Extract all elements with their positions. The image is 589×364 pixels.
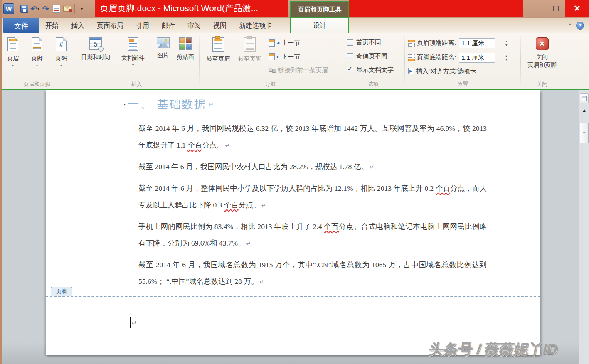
thumb-grip-icon: ≡ (583, 130, 585, 135)
window-title: 页眉页脚.docx - Microsoft Word(产品激... (95, 0, 288, 17)
checkbox-label: 显示文档文字 (356, 66, 394, 74)
checkbox-show-document-text[interactable]: ✔ 显示文档文字 (342, 63, 404, 77)
tab-insert[interactable]: 插入 (65, 18, 91, 33)
previous-section-button[interactable]: ◀ 上一节 (269, 37, 328, 49)
footer-icon (32, 37, 42, 51)
checkbox-different-first-page[interactable]: ✔ 首页不同 (342, 36, 404, 49)
insert-alignment-tab-label: 插入“对齐方式”选项卡 (416, 67, 476, 75)
document-page[interactable]: ▪ 一、 基础数据 ↵ 截至 2014 年 6 月，我国网民规模达 6.32 亿… (46, 90, 540, 355)
contextual-tools-header: 页眉和页脚工具 (290, 1, 349, 18)
email-icon (63, 6, 71, 12)
tab-file[interactable]: 文件 (3, 18, 39, 33)
tab-page-layout[interactable]: 页面布局 (91, 18, 130, 33)
footer-region-tab: 页脚 (51, 287, 72, 296)
footer-distance-spinner[interactable]: ▲ ▼ (503, 54, 509, 61)
ribbon: 页眉 ▾ 页脚 ▾ # 页码 ▾ 页眉和页脚 5 日期和时间 文 (0, 33, 589, 90)
checkbox-label: 首页不同 (356, 39, 381, 47)
customize-qat-button[interactable]: ▾ (77, 3, 86, 14)
checkbox-different-odd-even[interactable]: ✔ 奇偶页不同 (342, 49, 404, 63)
spin-down-icon[interactable]: ▼ (503, 44, 509, 47)
dropdown-icon: ▾ (132, 63, 134, 67)
print-preview-icon (53, 5, 60, 13)
group-navigation: 转至页眉 转至页脚 ◀ 上一节 ▶ 下一节 链接到前一 (200, 33, 342, 89)
insert-alignment-tab-button[interactable]: ▶ 插入“对齐方式”选项卡 (405, 65, 520, 77)
next-section-label: 下一节 (281, 53, 300, 61)
dropdown-icon: ▾ (36, 64, 38, 67)
ruler-icon (582, 96, 587, 101)
email-button[interactable] (63, 3, 72, 14)
close-window-button[interactable]: ✕ (565, 0, 589, 17)
link-to-previous-icon (269, 68, 276, 73)
group-label-options: 选项 (342, 81, 404, 88)
goto-footer-icon (244, 37, 256, 52)
goto-footer-label: 转至页脚 (238, 55, 261, 63)
footer-button-label: 页脚 (31, 55, 43, 62)
minimize-button[interactable]: — (532, 2, 548, 13)
maximize-button[interactable]: ▢ (548, 2, 564, 13)
footer-distance-input[interactable]: 1.1 厘米 (459, 53, 495, 63)
text-cursor[interactable] (130, 317, 131, 328)
tab-design-active[interactable]: 设计 (290, 18, 349, 33)
checkbox-icon: ✔ (347, 67, 353, 73)
tab-references[interactable]: 引用 (130, 18, 155, 33)
save-button[interactable] (20, 3, 29, 14)
checkbox-label: 奇偶页不同 (356, 52, 387, 60)
spin-down-icon[interactable]: ▼ (503, 58, 509, 61)
undo-icon: ↶ (31, 5, 37, 13)
picture-label: 图片 (157, 52, 169, 59)
undo-dropdown-icon[interactable]: ▾ (37, 7, 39, 11)
checkbox-icon: ✔ (347, 39, 353, 46)
tab-mailings[interactable]: 邮件 (155, 18, 181, 33)
group-close: ✕ 关闭页眉和页脚 关闭 (521, 33, 563, 89)
next-section-button[interactable]: ▶ 下一节 (269, 51, 328, 62)
group-label-position: 位置 (405, 81, 520, 88)
qat-divider (17, 4, 17, 14)
tab-new-tab[interactable]: 新建选项卡 (233, 18, 278, 33)
ribbon-tab-row: 文件 开始 插入 页面布局 引用 邮件 审阅 视图 新建选项卡 设计 ⌃ ? (0, 18, 589, 33)
vertical-scrollbar[interactable]: ▲ ≡ (579, 90, 589, 364)
quick-parts-label: 文档部件 (121, 54, 145, 62)
document-area: ▪ 一、 基础数据 ↵ 截至 2014 年 6 月，我国网民规模达 6.32 亿… (0, 90, 589, 364)
footer-margin-line (494, 297, 494, 307)
help-button[interactable]: ? (576, 22, 584, 30)
group-header-footer: 页眉 ▾ 页脚 ▾ # 页码 ▾ 页眉和页脚 (0, 33, 74, 89)
footer-from-bottom-row: 页脚底端距离: 1.1 厘米 ▲ ▼ (405, 50, 520, 65)
close-header-footer-label: 关闭页眉和页脚 (527, 53, 557, 69)
spin-up-icon[interactable]: ▲ (503, 54, 509, 57)
scrollbar-thumb[interactable]: ≡ (580, 123, 589, 143)
paragraph: 截至 2014 年 6 月，整体网民中小学及以下学历人群的占比为 12.1%，相… (138, 180, 487, 214)
ruler-toggle-button[interactable] (580, 93, 589, 103)
previous-arrow-icon: ◀ (277, 41, 279, 45)
previous-section-label: 上一节 (281, 39, 300, 47)
undo-button[interactable]: ↶▾ (30, 3, 39, 14)
page-number-icon: # (56, 37, 67, 51)
dropdown-icon: ▾ (60, 64, 62, 67)
tab-review[interactable]: 审阅 (181, 18, 207, 33)
spin-up-icon[interactable]: ▲ (503, 40, 509, 43)
goto-header-icon (212, 37, 224, 52)
collapse-ribbon-icon[interactable]: ⌃ (568, 22, 572, 29)
scroll-up-icon[interactable]: ▲ (579, 108, 589, 113)
watermark-text: 头条号 / 薇薇妮丫ID (427, 339, 589, 359)
outline-bullet-icon: ▪ (124, 102, 126, 107)
group-insert: 5 日期和时间 文档部件 ▾ 图片 剪贴画 插入 (74, 33, 199, 89)
group-options: ✔ 首页不同 ✔ 奇偶页不同 ✔ 显示文档文字 选项 (342, 33, 404, 89)
header-distance-spinner[interactable]: ▲ ▼ (503, 40, 509, 47)
group-label-header-footer: 页眉和页脚 (0, 81, 74, 88)
tab-view[interactable]: 视图 (207, 18, 233, 33)
print-preview-button[interactable] (52, 3, 61, 14)
paragraph-mark-icon: ↵ (208, 101, 214, 108)
save-icon (20, 5, 28, 13)
tab-home[interactable]: 开始 (39, 18, 65, 33)
redo-button[interactable]: ↷ (41, 3, 50, 14)
title-highlight-bar (349, 0, 523, 17)
group-position: 页眉顶端距离: 1.1 厘米 ▲ ▼ 页脚底端距离: 1.1 厘米 ▲ ▼ ▶ … (405, 33, 520, 89)
next-section-icon (269, 53, 275, 60)
clip-art-icon (179, 37, 192, 50)
date-time-label: 日期和时间 (81, 54, 110, 61)
header-distance-input[interactable]: 1.1 厘米 (459, 38, 495, 48)
document-heading: ▪ 一、 基础数据 ↵ (124, 97, 214, 112)
window-border (0, 0, 2, 364)
picture-icon (157, 37, 170, 48)
word-logo-icon[interactable]: W (3, 3, 14, 14)
